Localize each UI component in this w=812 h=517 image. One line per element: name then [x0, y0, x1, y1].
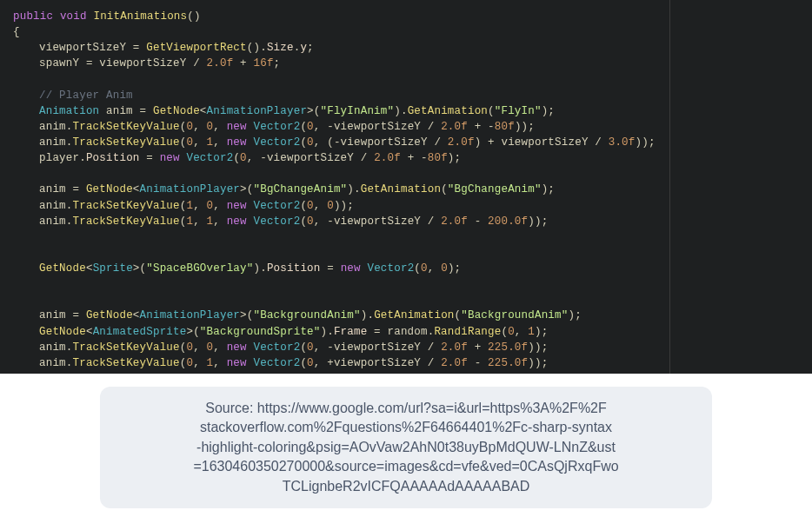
source-prefix: Source: — [205, 401, 257, 415]
code-line — [13, 245, 799, 261]
code-line: anim.TrackSetKeyValue(0, 1, new Vector2(… — [13, 135, 799, 150]
source-url: stackoverflow.com%2Fquestions%2F64664401… — [200, 420, 612, 434]
code-line: anim = GetNode<AnimationPlayer>("Backgro… — [13, 308, 799, 323]
code-line: GetNode<Sprite>("SpaceBGOverlay").Positi… — [13, 261, 799, 276]
code-editor[interactable]: public void InitAnimations() { viewportS… — [0, 0, 812, 374]
code-line: viewportSizeY = GetViewportRect().Size.y… — [13, 40, 799, 56]
code-line: anim = GetNode<AnimationPlayer>("BgChang… — [13, 182, 799, 197]
source-url: -highlight-coloring&psig=AOvVaw2AhN0t38u… — [196, 440, 616, 454]
code-line — [13, 292, 799, 308]
code-line: anim.TrackSetKeyValue(1, 0, new Vector2(… — [13, 198, 799, 214]
code-line: GetNode<AnimatedSprite>("BackgroundSprit… — [13, 371, 799, 374]
code-line: anim.TrackSetKeyValue(0, 1, new Vector2(… — [13, 355, 799, 371]
code-line — [13, 166, 799, 182]
code-line: Animation anim = GetNode<AnimationPlayer… — [13, 103, 799, 119]
code-line: GetNode<AnimatedSprite>("BackgroundSprit… — [13, 324, 799, 340]
code-line: spawnY = viewportSizeY / 2.0f + 16f; — [13, 56, 799, 71]
code-line: // Player Anim — [13, 88, 799, 103]
source-url: https://www.google.com/url?sa=i&url=http… — [257, 401, 607, 415]
code-line: player.Position = new Vector2(0, -viewpo… — [13, 150, 799, 166]
code-line — [13, 276, 799, 292]
code-line: anim.TrackSetKeyValue(0, 0, new Vector2(… — [13, 119, 799, 135]
code-line — [13, 72, 799, 88]
code-line: public void InitAnimations() — [13, 9, 799, 24]
code-line: anim.TrackSetKeyValue(1, 1, new Vector2(… — [13, 214, 799, 229]
source-citation: Source: https://www.google.com/url?sa=i&… — [100, 387, 712, 508]
code-line: { — [13, 24, 799, 40]
source-url: =1630460350270000&source=images&cd=vfe&v… — [193, 459, 618, 474]
code-line — [13, 229, 799, 245]
code-line: anim.TrackSetKeyValue(0, 0, new Vector2(… — [13, 340, 799, 355]
source-url: TCLignbeR2vICFQAAAAAdAAAAABAD — [283, 479, 530, 494]
